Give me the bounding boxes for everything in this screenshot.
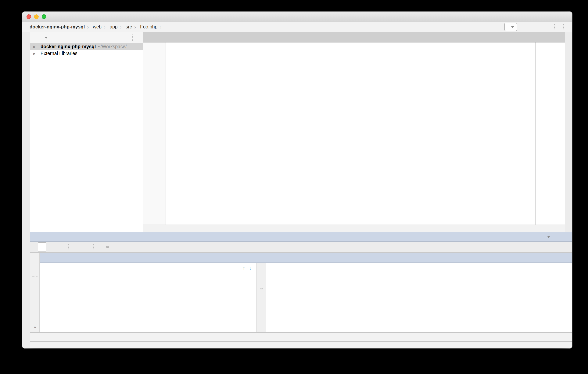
- frames-toolbar: ↑ ↓: [40, 263, 256, 273]
- separator: [563, 24, 564, 30]
- breadcrumb: docker-nginx-php-mysql›web›app›src›Foo.p…: [28, 24, 162, 30]
- chevron-down-icon[interactable]: [45, 37, 48, 39]
- editor-gutter[interactable]: [143, 43, 166, 225]
- ide-window: docker-nginx-php-mysql›web›app›src›Foo.p…: [22, 12, 572, 348]
- breadcrumb-label: app: [110, 24, 118, 30]
- tool-window-bar: [30, 332, 572, 341]
- right-margin-line: [535, 43, 536, 225]
- project-tree-item[interactable]: ▶docker-nginx-php-mysql ~/Workspace/: [30, 43, 143, 50]
- next-frame-button[interactable]: ↓: [249, 265, 252, 271]
- desktop: docker-nginx-php-mysql›web›app›src›Foo.p…: [0, 0, 588, 374]
- separator: [132, 34, 133, 41]
- code-area[interactable]: [166, 43, 565, 225]
- tab-console[interactable]: [47, 243, 59, 251]
- editor-area: [143, 32, 565, 232]
- separator: [32, 266, 38, 266]
- editor-tabs: [143, 32, 565, 43]
- project-tree-item[interactable]: ▶External Libraries: [30, 50, 143, 57]
- breadcrumb-label: web: [93, 24, 102, 30]
- status-bar: [30, 341, 572, 348]
- more-icon[interactable]: »: [34, 325, 36, 329]
- breadcrumb-label: Foo.php: [140, 24, 158, 30]
- navigation-bar: docker-nginx-php-mysql›web›app›src›Foo.p…: [22, 22, 572, 32]
- title-bar[interactable]: [22, 12, 572, 22]
- breadcrumb-item[interactable]: web: [91, 24, 102, 30]
- separator: [554, 24, 555, 30]
- run-configuration-select[interactable]: [504, 23, 517, 31]
- close-button[interactable]: [27, 14, 31, 19]
- project-panel-header: [30, 32, 143, 43]
- main-toolbar: [504, 23, 568, 31]
- debug-left-toolbar: »: [30, 253, 40, 332]
- window-controls: [27, 12, 46, 22]
- breadcrumb-label: docker-nginx-php-mysql: [30, 24, 85, 30]
- watches-toolbar: [256, 263, 266, 332]
- tab-debugger[interactable]: [38, 242, 46, 252]
- separator: [535, 24, 536, 30]
- previous-frame-button[interactable]: ↑: [242, 265, 245, 271]
- breadcrumb-item[interactable]: docker-nginx-php-mysql: [28, 24, 85, 30]
- breadcrumb-item[interactable]: src: [124, 24, 132, 30]
- minimize-button[interactable]: [34, 14, 39, 19]
- zoom-button[interactable]: [42, 14, 46, 19]
- debug-pane-headers: [40, 253, 572, 263]
- code-editor[interactable]: [143, 43, 565, 225]
- left-tool-window-stripe: [22, 32, 30, 348]
- breadcrumb-label: src: [126, 24, 132, 30]
- right-tool-window-stripe: [565, 32, 572, 232]
- separator: [32, 276, 38, 277]
- variables-panel-header: [273, 253, 572, 263]
- separator: [93, 244, 94, 250]
- frames-panel-header: [40, 253, 273, 263]
- debugger-tab-bar: [30, 242, 572, 253]
- editor-breadcrumb: [143, 225, 565, 232]
- debug-panel-header: [30, 232, 572, 242]
- project-tool-window: ▶docker-nginx-php-mysql ~/Workspace/▶Ext…: [30, 32, 143, 232]
- breadcrumb-item[interactable]: app: [108, 24, 118, 30]
- frames-panel: ↑ ↓: [40, 263, 256, 332]
- separator: [68, 244, 69, 250]
- breadcrumb-item[interactable]: Foo.php: [138, 24, 158, 30]
- chevron-down-icon: [547, 236, 550, 238]
- chevron-down-icon: [511, 26, 514, 28]
- project-tree: ▶docker-nginx-php-mysql ~/Workspace/▶Ext…: [30, 43, 143, 232]
- variables-panel: [266, 263, 572, 332]
- debug-tool-window: »: [30, 232, 572, 332]
